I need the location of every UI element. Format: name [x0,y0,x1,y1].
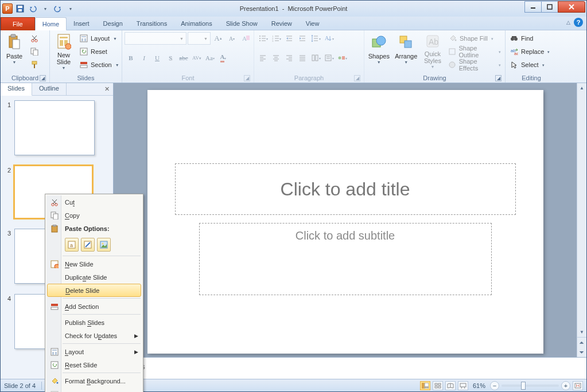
zoom-out-button[interactable]: − [490,381,499,390]
increase-indent-button[interactable] [296,32,309,45]
section-button[interactable]: Section▼ [77,58,121,71]
select-button[interactable]: Select▾ [508,58,551,71]
reset-button[interactable]: Reset [77,45,121,58]
menu-layout[interactable]: Layout▶ [46,345,142,358]
prev-slide-button[interactable]: ⏶ [577,338,586,347]
menu-duplicate-slide[interactable]: Duplicate Slide [46,271,142,284]
minimize-ribbon-icon[interactable]: △ [566,19,570,25]
paragraph-dialog-launcher[interactable]: ◢ [354,75,360,81]
next-slide-button[interactable]: ⏷ [577,347,586,357]
shape-fill-button[interactable]: Shape Fill▾ [446,32,503,45]
font-name-combo[interactable]: ▼ [125,32,186,45]
tab-file[interactable]: File [1,17,35,30]
qat-undo-button[interactable] [27,3,38,14]
font-size-combo[interactable]: ▼ [188,32,211,45]
underline-button[interactable]: U [151,52,164,64]
minimize-button[interactable] [524,1,542,13]
menu-add-section[interactable]: Add Section [46,300,142,313]
line-spacing-button[interactable]: ▾ [309,32,322,45]
quick-styles-button[interactable]: Ab Quick Styles▼ [421,32,444,70]
normal-view-button[interactable] [420,381,430,390]
fit-window-button[interactable] [573,381,583,390]
paste-keep-source[interactable] [81,238,95,252]
layout-button[interactable]: Layout▼ [77,32,121,45]
strikethrough-button[interactable]: abc [177,52,190,64]
shape-effects-button[interactable]: Shape Effects▾ [446,58,503,71]
font-color-button[interactable]: A▾ [217,52,230,64]
paste-picture[interactable] [97,238,111,252]
tab-review[interactable]: Review [265,17,299,30]
help-button[interactable]: ? [574,18,583,27]
clipboard-dialog-launcher[interactable]: ◢ [40,75,46,81]
qat-undo-dropdown[interactable]: ▼ [40,3,51,15]
shadow-button[interactable]: S [164,52,177,64]
pane-tab-outline[interactable]: Outline [32,83,67,95]
menu-copy[interactable]: Copy [46,209,142,222]
menu-publish-slides[interactable]: Publish Slides [46,316,142,329]
change-case-button[interactable]: Aa▾ [204,52,216,64]
paste-dest-theme[interactable]: a [65,238,79,252]
arrange-button[interactable]: Arrange▼ [394,32,419,70]
qat-customize-dropdown[interactable]: ▼ [65,3,76,15]
zoom-in-button[interactable]: + [561,381,570,390]
menu-check-updates[interactable]: Check for Updates▶ [46,329,142,342]
bullets-button[interactable]: ▾ [256,32,269,45]
shapes-button[interactable]: Shapes▼ [367,32,391,70]
subtitle-placeholder[interactable]: Click to add subtitle [199,223,492,295]
qat-save-button[interactable] [14,3,26,14]
clear-formatting-button[interactable]: A [239,32,252,45]
zoom-level[interactable]: 61% [473,382,485,389]
align-center-button[interactable] [270,52,282,64]
vertical-scrollbar[interactable]: ▲ ▼ ⏶ ⏷ [577,83,586,357]
paste-button[interactable]: Paste▼ [3,32,26,70]
font-dialog-launcher[interactable]: ◢ [244,75,250,81]
maximize-button[interactable] [541,1,558,13]
align-right-button[interactable] [283,52,296,64]
menu-reset-slide[interactable]: Reset Slide [46,358,142,371]
close-button[interactable] [558,1,585,13]
scroll-down-arrow[interactable]: ▼ [577,327,586,337]
slide-canvas[interactable]: Click to add title Click to add subtitle [147,90,543,354]
menu-delete-slide[interactable]: Delete Slide [47,284,141,297]
new-slide-button[interactable]: New Slide▼ [52,32,75,70]
find-button[interactable]: Find [508,32,551,45]
justify-button[interactable] [296,52,309,64]
menu-format-background[interactable]: Format Background... [46,374,142,387]
char-spacing-button[interactable]: AV▾ [191,52,203,64]
format-painter-button[interactable] [28,58,41,71]
tab-insert[interactable]: Insert [67,17,96,30]
menu-cut[interactable]: Cut [46,195,142,209]
tab-animations[interactable]: Animations [174,17,219,30]
tab-view[interactable]: View [299,17,326,30]
slideshow-view-button[interactable] [458,381,468,390]
align-text-button[interactable]: ▾ [322,52,335,64]
slide-thumbnail-1[interactable] [14,100,95,155]
columns-button[interactable]: ▾ [309,52,322,64]
notes-pane[interactable]: d notes [114,357,586,379]
tab-design[interactable]: Design [96,17,130,30]
pane-tab-slides[interactable]: Slides [1,83,32,96]
menu-new-slide[interactable]: New Slide [46,257,142,271]
copy-button[interactable] [28,45,41,58]
app-icon[interactable]: P [2,3,13,14]
shape-outline-button[interactable]: Shape Outline▾ [446,45,503,58]
numbering-button[interactable]: 123▾ [270,32,282,45]
title-placeholder[interactable]: Click to add title [175,163,516,215]
sorter-view-button[interactable] [433,381,443,390]
tab-home[interactable]: Home [35,17,67,30]
scroll-up-arrow[interactable]: ▲ [577,83,586,93]
cut-button[interactable] [28,32,41,45]
pane-close-button[interactable]: ✕ [100,83,113,95]
qat-redo-button[interactable] [52,3,64,14]
align-left-button[interactable] [256,52,269,64]
text-direction-button[interactable]: A▾ [322,32,335,45]
reading-view-button[interactable] [445,381,456,390]
zoom-slider[interactable] [502,385,559,387]
italic-button[interactable]: I [138,52,150,64]
tab-slideshow[interactable]: Slide Show [219,17,265,30]
drawing-dialog-launcher[interactable]: ◢ [495,75,502,81]
shrink-font-button[interactable]: A▾ [226,32,238,45]
bold-button[interactable]: B [125,52,137,64]
decrease-indent-button[interactable] [283,32,296,45]
smartart-button[interactable]: ▾ [336,52,348,64]
